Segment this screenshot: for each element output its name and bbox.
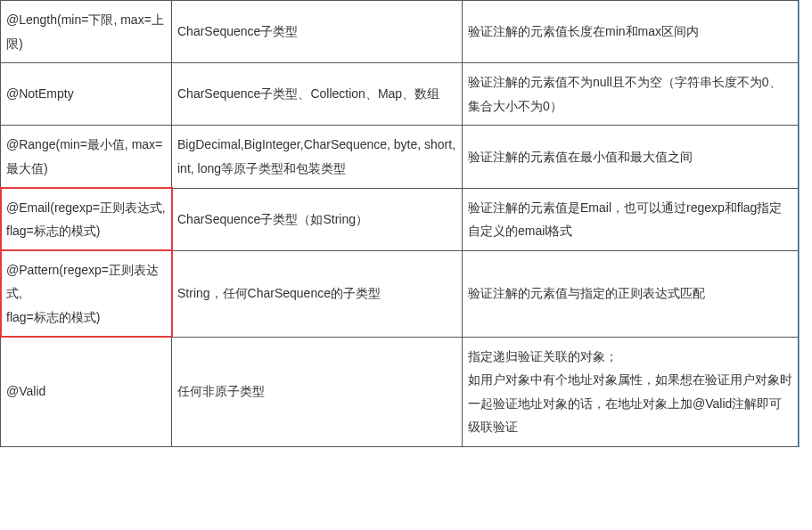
annotation-cell: @Range(min=最小值, max=最大值) [1, 126, 172, 188]
desc-text: 验证注解的元素值与指定的正则表达式匹配 [468, 286, 705, 300]
desc-cell: 验证注解的元素值是Email，也可以通过regexp和flag指定自定义的ema… [463, 188, 799, 250]
annotation-cell: @Valid [1, 337, 172, 446]
annotation-cell: @NotEmpty [1, 63, 172, 126]
annotation-text: @Pattern(regexp=正则表达式,flag=标志的模式) [6, 263, 159, 324]
type-text: BigDecimal,BigInteger,CharSequence, byte… [177, 137, 455, 175]
annotation-cell: @Email(regexp=正则表达式,flag=标志的模式) [1, 188, 172, 250]
type-cell: CharSequence子类型（如String） [172, 188, 463, 250]
desc-text: 指定递归验证关联的对象；如用户对象中有个地址对象属性，如果想在验证用户对象时一起… [468, 349, 792, 435]
table-row: @Valid 任何非原子类型 指定递归验证关联的对象；如用户对象中有个地址对象属… [1, 337, 799, 446]
annotation-text: @NotEmpty [6, 86, 74, 101]
type-cell: CharSequence子类型、Collection、Map、数组 [172, 63, 463, 126]
annotation-cell: @Length(min=下限, max=上限) [1, 1, 172, 63]
desc-text: 验证注解的元素值是Email，也可以通过regexp和flag指定自定义的ema… [468, 200, 782, 239]
type-cell: CharSequence子类型 [172, 1, 463, 63]
type-cell: 任何非原子类型 [172, 337, 463, 446]
desc-text: 验证注解的元素值不为null且不为空（字符串长度不为0、集合大小不为0） [468, 75, 782, 113]
table-row: @Length(min=下限, max=上限) CharSequence子类型 … [1, 1, 799, 63]
type-text: CharSequence子类型 [177, 24, 298, 38]
desc-cell: 验证注解的元素值在最小值和最大值之间 [463, 126, 799, 188]
desc-cell: 验证注解的元素值不为null且不为空（字符串长度不为0、集合大小不为0） [463, 63, 799, 126]
annotation-text: @Length(min=下限, max=上限) [6, 12, 164, 51]
table-row: @Range(min=最小值, max=最大值) BigDecimal,BigI… [1, 126, 799, 188]
annotation-cell: @Pattern(regexp=正则表达式,flag=标志的模式) [1, 250, 172, 337]
validation-annotations-table-wrap: @Length(min=下限, max=上限) CharSequence子类型 … [0, 0, 800, 447]
annotation-text: @Range(min=最小值, max=最大值) [6, 137, 162, 175]
type-text: 任何非原子类型 [177, 384, 265, 398]
desc-text: 验证注解的元素值在最小值和最大值之间 [468, 150, 693, 164]
desc-cell: 验证注解的元素值与指定的正则表达式匹配 [463, 250, 799, 337]
type-cell: String，任何CharSequence的子类型 [172, 250, 463, 337]
desc-cell: 验证注解的元素值长度在min和max区间内 [463, 1, 799, 63]
desc-cell: 指定递归验证关联的对象；如用户对象中有个地址对象属性，如果想在验证用户对象时一起… [463, 337, 799, 446]
type-text: String，任何CharSequence的子类型 [177, 286, 381, 300]
table-row: @Pattern(regexp=正则表达式,flag=标志的模式) String… [1, 250, 799, 337]
desc-text: 验证注解的元素值长度在min和max区间内 [468, 24, 699, 38]
annotation-text: @Email(regexp=正则表达式,flag=标志的模式) [6, 200, 166, 239]
table-row: @Email(regexp=正则表达式,flag=标志的模式) CharSequ… [1, 188, 799, 250]
table-row: @NotEmpty CharSequence子类型、Collection、Map… [1, 63, 799, 126]
annotation-text: @Valid [6, 384, 45, 398]
type-text: CharSequence子类型（如String） [177, 212, 368, 226]
type-cell: BigDecimal,BigInteger,CharSequence, byte… [172, 126, 463, 188]
validation-annotations-table: @Length(min=下限, max=上限) CharSequence子类型 … [0, 0, 799, 447]
type-text: CharSequence子类型、Collection、Map、数组 [177, 86, 439, 101]
